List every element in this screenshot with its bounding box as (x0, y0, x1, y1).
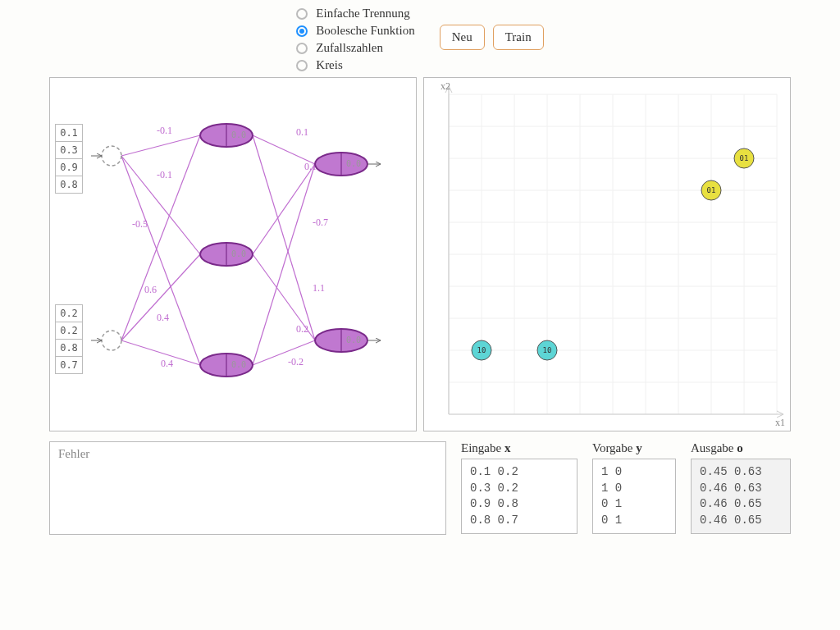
table-row: 0.45 0.63 (700, 464, 782, 481)
train-button[interactable]: Train (493, 25, 544, 50)
input-column-1: 0.20.20.80.7 (55, 304, 83, 374)
bottom-row: Fehler Eingabe x 0.1 0.20.3 0.20.9 0.80.… (8, 431, 832, 535)
svg-text:0.6: 0.6 (144, 284, 157, 295)
svg-text:0.4: 0.4 (161, 358, 173, 369)
svg-text:-0.1: -0.1 (157, 169, 172, 180)
svg-text:0.1: 0.1 (296, 126, 308, 138)
input-value-cell: 0.1 (55, 124, 83, 141)
radio-label: Zufallszahlen (316, 41, 383, 55)
table-row: 0.8 0.7 (470, 513, 568, 529)
svg-text:0.0: 0.0 (231, 249, 246, 258)
eingabe-box: 0.1 0.20.3 0.20.9 0.80.8 0.7 (461, 459, 578, 534)
dataset-radio-group: Einfache TrennungBoolesche FunktionZufal… (296, 7, 414, 72)
table-row: 0.3 0.2 (470, 481, 568, 497)
scatter-point-label: 01 (707, 186, 716, 194)
scatter-point-label: 10 (543, 346, 552, 354)
svg-text:-0.2: -0.2 (288, 356, 304, 368)
dataset-radio-2[interactable]: Zufallszahlen (296, 41, 414, 55)
svg-line-6 (253, 135, 315, 164)
eingabe-column: Eingabe x 0.1 0.20.3 0.20.9 0.80.8 0.7 (461, 441, 578, 535)
table-row: 1 0 (601, 464, 667, 481)
radio-dot-icon (296, 60, 308, 71)
vorgabe-header-pre: Vorgabe (592, 441, 636, 454)
eingabe-header-bold: x (504, 441, 511, 454)
input-value-cell: 0.8 (55, 339, 83, 356)
radio-dot-icon (296, 43, 308, 54)
svg-text:-0.1: -0.1 (157, 125, 172, 136)
fehler-section: Fehler (49, 441, 446, 535)
svg-text:0.0: 0.0 (346, 336, 361, 345)
scatter-svg: x1 x2 10100101 (424, 78, 791, 431)
vorgabe-header-bold: y (636, 441, 642, 454)
svg-text:0.4: 0.4 (157, 312, 169, 323)
svg-text:0.0: 0.0 (346, 159, 361, 168)
svg-line-10 (253, 164, 315, 365)
svg-text:-0.5: -0.5 (132, 218, 148, 230)
action-buttons: Neu Train (440, 25, 544, 50)
svg-text:0.0: 0.0 (231, 130, 246, 139)
input-value-cell: 0.9 (55, 158, 83, 176)
table-row: 1 0 (601, 481, 667, 497)
table-row: 0 1 (601, 513, 667, 529)
input-value-cell: 0.8 (55, 176, 83, 194)
radio-label: Kreis (316, 58, 343, 72)
input-node-2 (102, 331, 121, 350)
table-row: 0.46 0.63 (700, 481, 782, 497)
scatter-panel: x1 x2 10100101 (423, 77, 791, 431)
table-row: 0.1 0.2 (470, 464, 568, 481)
svg-text:0.2: 0.2 (296, 323, 308, 335)
panels-row: 0.10.30.90.8 0.20.20.80.7 -0.1-0.1-0.50.… (8, 77, 832, 431)
svg-line-11 (253, 340, 315, 365)
vorgabe-column: Vorgabe y 1 01 00 10 1 (592, 441, 676, 535)
svg-line-0 (121, 135, 200, 156)
table-row: 0.46 0.65 (700, 513, 782, 529)
svg-text:0.0: 0.0 (231, 360, 246, 369)
network-svg: -0.1-0.1-0.50.60.40.40.10.1-0.71.10.2-0.… (50, 78, 417, 431)
neu-button[interactable]: Neu (440, 25, 485, 50)
ausgabe-header-pre: Ausgabe (691, 441, 737, 454)
x-axis-label: x1 (775, 417, 785, 428)
scatter-point-label: 10 (477, 346, 486, 354)
input-column-0: 0.10.30.90.8 (55, 124, 83, 194)
svg-line-8 (253, 164, 315, 254)
input-value-cell: 0.2 (55, 322, 83, 339)
vorgabe-box: 1 01 00 10 1 (592, 459, 676, 534)
dataset-radio-0[interactable]: Einfache Trennung (296, 7, 414, 21)
svg-text:1.1: 1.1 (313, 282, 325, 294)
radio-label: Einfache Trennung (316, 7, 410, 21)
top-controls: Einfache TrennungBoolesche FunktionZufal… (8, 7, 832, 72)
scatter-point-label: 01 (740, 154, 749, 162)
fehler-box: Fehler (49, 441, 446, 535)
radio-dot-icon (296, 25, 308, 37)
dataset-radio-3[interactable]: Kreis (296, 58, 414, 72)
ausgabe-column: Ausgabe o 0.45 0.630.46 0.630.46 0.650.4… (691, 441, 791, 535)
table-row: 0.46 0.65 (700, 496, 782, 513)
table-row: 0.9 0.8 (470, 496, 568, 513)
input-node-1 (102, 146, 121, 166)
network-panel: 0.10.30.90.8 0.20.20.80.7 -0.1-0.1-0.50.… (49, 77, 417, 431)
dataset-radio-1[interactable]: Boolesche Funktion (296, 24, 414, 38)
svg-text:-0.7: -0.7 (313, 217, 328, 228)
fehler-label: Fehler (58, 447, 89, 460)
svg-line-4 (121, 254, 200, 340)
input-value-cell: 0.2 (55, 304, 83, 322)
eingabe-header-pre: Eingabe (461, 441, 504, 454)
radio-label: Boolesche Funktion (316, 24, 414, 38)
svg-line-3 (121, 135, 200, 340)
ausgabe-header-bold: o (737, 441, 743, 454)
ausgabe-box: 0.45 0.630.46 0.630.46 0.650.46 0.65 (691, 459, 791, 534)
y-axis-label: x2 (441, 80, 450, 92)
svg-line-2 (121, 156, 200, 365)
radio-dot-icon (296, 8, 308, 20)
input-value-cell: 0.7 (55, 356, 83, 374)
table-row: 0 1 (601, 496, 667, 513)
input-value-cell: 0.3 (55, 141, 83, 158)
